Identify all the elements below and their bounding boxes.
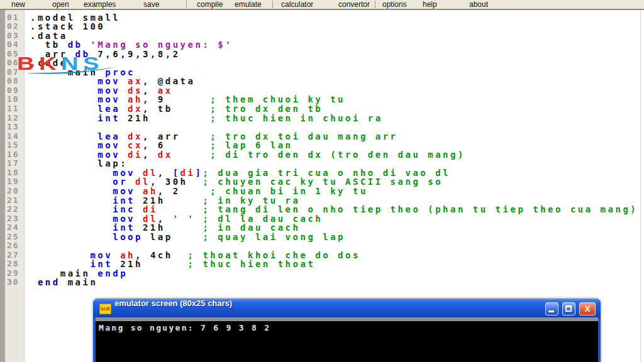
code-line: 12 int 21h ; thuc hien in chuoi ra	[0, 113, 644, 123]
line-number: 27	[7, 250, 19, 260]
line-number: 23	[7, 214, 19, 223]
menu-separator	[272, 1, 273, 8]
menu-separator	[375, 1, 375, 8]
line-number: 28	[7, 259, 19, 268]
code-line: 04 tb db 'Mang so nguyen: $'	[0, 40, 644, 49]
code-line: 17 lap:	[0, 158, 644, 168]
code-line: 24 int 21h ; in dau cach	[0, 222, 644, 232]
code-line: 09 mov ds, ax	[0, 85, 644, 95]
line-number: 22	[7, 204, 19, 214]
menu-item-open[interactable]: open	[52, 0, 69, 9]
code-line: 27 mov ah, 4ch ; thoat khoi che do dos	[0, 250, 644, 260]
minimize-icon	[548, 310, 554, 312]
line-number: 18	[7, 168, 19, 177]
line-number: 21	[7, 195, 19, 205]
menu-item-about[interactable]: about	[469, 0, 488, 9]
line-number: 02	[7, 21, 19, 31]
code-line: 22 inc di ; tang di len o nho tiep theo …	[0, 204, 644, 214]
menu-item-calculator[interactable]: calculator	[281, 0, 313, 9]
line-number: 29	[7, 268, 19, 278]
code-line: 30 end main	[0, 277, 644, 287]
line-number: 12	[7, 113, 19, 123]
code-line: 19 or dl, 30h ; chuyen cac ky tu ASCII s…	[0, 177, 644, 186]
code-line: 16 mov di, dx ; di tro den dx (tro den d…	[0, 150, 644, 159]
close-button[interactable]: X	[579, 302, 596, 315]
line-number: 08	[7, 76, 19, 85]
line-number: 24	[7, 222, 19, 232]
code-line: 29 main endp	[0, 268, 644, 278]
line-number: 25	[7, 232, 19, 241]
line-number: 17	[7, 158, 19, 168]
line-number: 14	[7, 131, 19, 141]
close-icon: X	[585, 304, 591, 314]
line-number: 19	[7, 177, 19, 186]
menu-bar: newopenexamplessavecompileemulatecalcula…	[0, 0, 644, 10]
line-number: 09	[7, 85, 19, 95]
code-line: 21 int 21h ; in ky tu ra	[0, 195, 644, 205]
code-line: 08 mov ax, @data	[0, 76, 644, 85]
menu-item-convertor[interactable]: convertor	[338, 0, 370, 9]
emulator-window-title: emulator screen (80x25 chars)	[114, 299, 232, 317]
emulator-window: SCR emulator screen (80x25 chars) X Mang…	[93, 299, 601, 362]
line-number: 30	[7, 277, 19, 287]
code-line: 26	[0, 241, 644, 250]
menu-separator	[186, 1, 187, 8]
line-number: 01	[7, 13, 19, 22]
screen-window-icon: SCR	[99, 304, 111, 314]
bkns-swoosh-icon	[25, 65, 121, 76]
maximize-button[interactable]	[562, 302, 575, 315]
code-line: 01.model small	[0, 13, 644, 22]
line-number: 20	[7, 186, 19, 195]
screen-output-line: Mang so nguyen: 7 6 9 3 8 2	[99, 323, 270, 332]
line-number: 10	[7, 94, 19, 104]
code-line: 10 mov ah, 9 ; them chuoi ky tu	[0, 94, 644, 104]
code-line: 28 int 21h ; thuc hien thoat	[0, 259, 644, 268]
code-text: end main	[30, 277, 97, 287]
line-number: 26	[7, 241, 19, 250]
code-line: 18 mov dl, [di]; dua gia tri cua o nho d…	[0, 168, 644, 177]
code-line: 11 lea dx, tb ; tro dx den tb	[0, 104, 644, 113]
emulator-titlebar[interactable]: SCR emulator screen (80x25 chars) X	[93, 299, 601, 317]
menu-item-save[interactable]: save	[143, 0, 159, 9]
menu-item-examples[interactable]: examples	[84, 0, 116, 9]
code-line: 20 mov ah, 2 ; chuan bi in 1 ky tu	[0, 186, 644, 195]
code-line: 15 mov cx, 6 ; lap 6 lan	[0, 140, 644, 150]
menu-item-help[interactable]: help	[423, 0, 437, 9]
maximize-icon	[565, 305, 572, 312]
line-number: 16	[7, 150, 19, 159]
line-number: 03	[7, 31, 19, 40]
menu-item-new[interactable]: new	[11, 0, 25, 9]
line-number: 04	[7, 40, 19, 49]
code-line: 13	[0, 122, 644, 131]
minimize-button[interactable]	[545, 302, 558, 315]
code-line: 23 mov dl, ' ' ; dl la dau cach	[0, 214, 644, 223]
menu-item-compile[interactable]: compile	[197, 0, 223, 9]
line-number: 11	[7, 104, 19, 113]
code-line: 14 lea dx, arr ; tro dx toi dau mang arr	[0, 131, 644, 141]
menu-item-emulate[interactable]: emulate	[235, 0, 262, 9]
emulator-screen[interactable]: Mang so nguyen: 7 6 9 3 8 2	[96, 317, 598, 362]
code-line: 03.data	[0, 31, 644, 40]
code-line: 25 loop lap ; quay lai vong lap	[0, 232, 644, 241]
line-number: 15	[7, 140, 19, 150]
menu-item-options[interactable]: options	[382, 0, 407, 9]
line-number: 13	[7, 122, 19, 131]
code-line: 02.stack 100	[0, 21, 644, 31]
